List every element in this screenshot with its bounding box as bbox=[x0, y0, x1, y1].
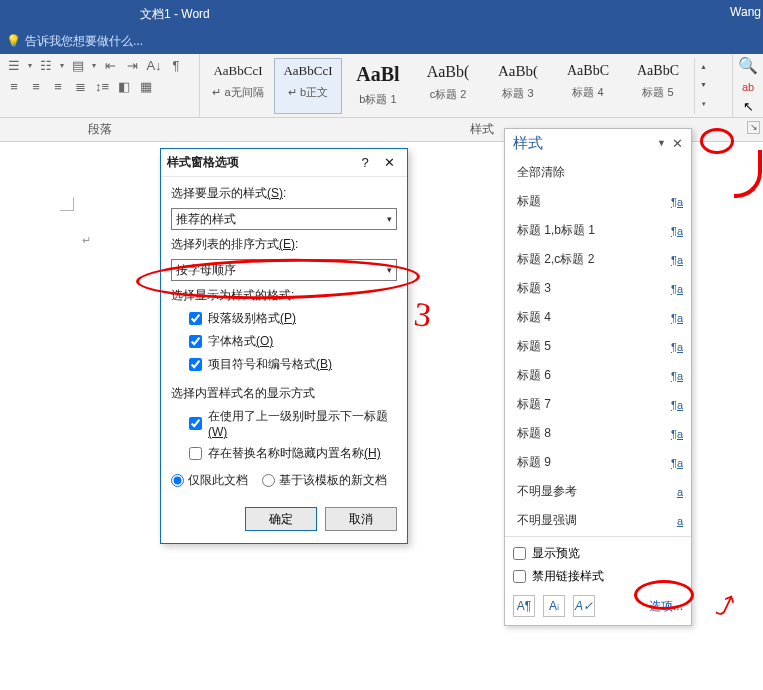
radio-this-document[interactable]: 仅限此文档 bbox=[171, 472, 248, 489]
style-item[interactable]: 不明显参考a bbox=[515, 480, 689, 503]
style-pane-options-dialog: 样式窗格选项 ? ✕ 选择要显示的样式(S): 推荐的样式▾ 选择列表的排序方式… bbox=[160, 148, 408, 544]
style-tile[interactable]: AaBb(c标题 2 bbox=[414, 58, 482, 114]
account-name[interactable]: Wang bbox=[730, 5, 761, 19]
borders-icon[interactable]: ▦ bbox=[138, 79, 154, 94]
styles-clear-all[interactable]: 全部清除 bbox=[515, 161, 689, 184]
style-inspector-icon[interactable]: Aᵢ bbox=[543, 595, 565, 617]
style-item[interactable]: 不明显强调a bbox=[515, 509, 689, 532]
insertion-cursor: ↵ bbox=[82, 234, 91, 247]
cancel-button[interactable]: 取消 bbox=[325, 507, 397, 531]
ribbon: ☰▾ ☷▾ ▤▾ ⇤ ⇥ A↓ ¶ ≡ ≡ ≡ ≣ ↕≡ ◧ ▦ AaBbCcI… bbox=[0, 54, 763, 118]
shading-icon[interactable]: ◧ bbox=[116, 79, 132, 94]
pane-footer: 显示预览 禁用链接样式 A¶ Aᵢ A✓ 选项... bbox=[505, 536, 691, 625]
style-item[interactable]: 标题 3¶a bbox=[515, 277, 689, 300]
editing-group: 🔍 ab ↖ bbox=[733, 54, 763, 117]
titlebar: 文档1 - Word bbox=[0, 0, 763, 28]
chk-font-format[interactable]: 字体格式(O) bbox=[189, 333, 397, 350]
window-title: 文档1 - Word bbox=[140, 6, 210, 23]
align-center-icon[interactable]: ≡ bbox=[28, 79, 44, 94]
manage-styles-icon[interactable]: A✓ bbox=[573, 595, 595, 617]
increase-indent-icon[interactable]: ⇥ bbox=[124, 58, 140, 73]
styles-gallery: AaBbCcI↵ a无间隔 AaBbCcI↵ b正文 AaBlb标题 1 AaB… bbox=[200, 54, 733, 117]
chk-disable-linked[interactable]: 禁用链接样式 bbox=[513, 568, 683, 585]
combo-show-styles[interactable]: 推荐的样式▾ bbox=[171, 208, 397, 230]
styles-launcher-icon[interactable]: ↘ bbox=[747, 121, 760, 134]
paragraph-label: 段落 bbox=[0, 118, 200, 141]
label-sort-order: 选择列表的排序方式(E): bbox=[171, 236, 397, 253]
chk-show-preview[interactable]: 显示预览 bbox=[513, 545, 683, 562]
dialog-title: 样式窗格选项 bbox=[167, 154, 353, 171]
style-item[interactable]: 标题 5¶a bbox=[515, 335, 689, 358]
combo-sort-order[interactable]: 按字母顺序▾ bbox=[171, 259, 397, 281]
dialog-titlebar: 样式窗格选项 ? ✕ bbox=[161, 149, 407, 177]
styles-list: 全部清除 标题¶a 标题 1,b标题 1¶a 标题 2,c标题 2¶a 标题 3… bbox=[505, 157, 691, 536]
styles-task-pane: 样式 ▼ ✕ 全部清除 标题¶a 标题 1,b标题 1¶a 标题 2,c标题 2… bbox=[504, 128, 692, 626]
style-item[interactable]: 标题 4¶a bbox=[515, 306, 689, 329]
style-tile[interactable]: AaBbC标题 4 bbox=[554, 58, 622, 114]
find-icon[interactable]: 🔍 bbox=[738, 56, 758, 75]
label-format-header: 选择显示为样式的格式: bbox=[171, 287, 397, 304]
justify-icon[interactable]: ≣ bbox=[72, 79, 88, 94]
help-icon[interactable]: ? bbox=[353, 155, 377, 170]
chk-show-next-heading[interactable]: 在使用了上一级别时显示下一标题(W) bbox=[189, 408, 397, 439]
style-tile[interactable]: AaBbCcI↵ b正文 bbox=[274, 58, 342, 114]
style-tile[interactable]: AaBlb标题 1 bbox=[344, 58, 412, 114]
style-item[interactable]: 标题 9¶a bbox=[515, 451, 689, 474]
ok-button[interactable]: 确定 bbox=[245, 507, 317, 531]
style-tile[interactable]: AaBb(标题 3 bbox=[484, 58, 552, 114]
select-icon[interactable]: ↖ bbox=[743, 99, 754, 114]
gallery-scroll[interactable]: ▲▼▾ bbox=[694, 58, 712, 114]
style-item[interactable]: 标题 6¶a bbox=[515, 364, 689, 387]
pane-titlebar[interactable]: 样式 ▼ ✕ bbox=[505, 129, 691, 157]
chevron-down-icon: ▾ bbox=[387, 214, 392, 224]
decrease-indent-icon[interactable]: ⇤ bbox=[102, 58, 118, 73]
align-left-icon[interactable]: ≡ bbox=[6, 79, 22, 94]
tell-me-bar[interactable]: 💡 告诉我您想要做什么... bbox=[0, 28, 763, 54]
label-show-styles: 选择要显示的样式(S): bbox=[171, 185, 397, 202]
style-item[interactable]: 标题 2,c标题 2¶a bbox=[515, 248, 689, 271]
pane-dropdown-icon[interactable]: ▼ bbox=[657, 138, 666, 148]
chevron-down-icon: ▾ bbox=[387, 265, 392, 275]
sort-icon[interactable]: A↓ bbox=[146, 58, 162, 73]
line-spacing-icon[interactable]: ↕≡ bbox=[94, 79, 110, 94]
paragraph-marks-icon[interactable]: ¶ bbox=[168, 58, 184, 73]
chk-bullet-format[interactable]: 项目符号和编号格式(B) bbox=[189, 356, 397, 373]
numbering-icon[interactable]: ☷ bbox=[38, 58, 54, 73]
replace-icon[interactable]: ab bbox=[742, 81, 754, 93]
close-icon[interactable]: ✕ bbox=[377, 155, 401, 170]
style-tile[interactable]: AaBbCcI↵ a无间隔 bbox=[204, 58, 272, 114]
multilevel-icon[interactable]: ▤ bbox=[70, 58, 86, 73]
style-tile[interactable]: AaBbC标题 5 bbox=[624, 58, 692, 114]
bullets-icon[interactable]: ☰ bbox=[6, 58, 22, 73]
align-right-icon[interactable]: ≡ bbox=[50, 79, 66, 94]
label-builtin-header: 选择内置样式名的显示方式 bbox=[171, 385, 397, 402]
chk-hide-builtin-name[interactable]: 存在替换名称时隐藏内置名称(H) bbox=[189, 445, 397, 462]
paragraph-group: ☰▾ ☷▾ ▤▾ ⇤ ⇥ A↓ ¶ ≡ ≡ ≡ ≣ ↕≡ ◧ ▦ bbox=[0, 54, 200, 117]
page-corner-marker bbox=[60, 197, 74, 211]
pane-close-icon[interactable]: ✕ bbox=[672, 136, 683, 151]
style-item[interactable]: 标题¶a bbox=[515, 190, 689, 213]
radio-template-docs[interactable]: 基于该模板的新文档 bbox=[262, 472, 387, 489]
options-link[interactable]: 选项... bbox=[649, 598, 683, 615]
style-item[interactable]: 标题 7¶a bbox=[515, 393, 689, 416]
style-item[interactable]: 标题 8¶a bbox=[515, 422, 689, 445]
pane-title: 样式 bbox=[513, 134, 657, 153]
style-item[interactable]: 标题 1,b标题 1¶a bbox=[515, 219, 689, 242]
lightbulb-icon: 💡 bbox=[6, 34, 21, 48]
new-style-icon[interactable]: A¶ bbox=[513, 595, 535, 617]
chk-paragraph-format[interactable]: 段落级别格式(P) bbox=[189, 310, 397, 327]
tell-me-placeholder: 告诉我您想要做什么... bbox=[25, 33, 143, 50]
